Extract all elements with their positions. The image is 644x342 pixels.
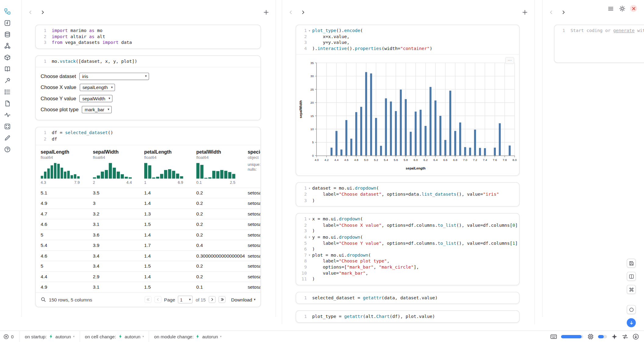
download-button[interactable]: Download ▾ [231,297,256,302]
code-editor[interactable]: 1selected_dataset = getattr(data, datase… [296,292,519,304]
run-button[interactable] [627,318,636,327]
generate-ai-link[interactable]: generate [613,28,635,34]
svg-text:7.6: 7.6 [493,159,497,162]
fold-chevron-icon[interactable]: ▾ [307,28,312,34]
on-startup-setting[interactable]: on startup: autorun ▾ [20,331,80,342]
column-histogram: 16.9 [144,162,196,184]
shortcuts-icon[interactable] [4,123,11,130]
fold-chevron-icon[interactable]: ▾ [307,216,312,223]
chip-label: on cell change: [85,334,116,339]
layout-toggle-button[interactable] [627,272,636,281]
marimo-app: 1import marimo as mo2import altair as al… [0,0,644,342]
code-editor[interactable]: 1 Start coding or generate with AI [554,25,644,62]
column-next-button[interactable] [561,10,566,15]
dataset-select[interactable]: iris ▾ [79,73,149,80]
column-prev-button[interactable] [549,10,554,15]
dropdown-label: Choose X value [41,84,76,90]
svg-text:4.4: 4.4 [335,159,339,162]
x-value-select[interactable]: sepalLength ▾ [80,84,115,91]
column-header[interactable]: petalWidthfloat64 [196,149,248,159]
memory-usage-meter[interactable] [561,335,583,338]
keyboard-shortcuts-icon[interactable] [550,333,557,340]
chart-menu-button[interactable]: ⋯ [505,57,514,64]
code-editor[interactable]: 1import marimo as mo2import altair as al… [36,25,260,48]
cell-dataset-dropdown: 1▾dataset = mo.ui.dropdown(2 label="Choo… [296,183,520,207]
tracing-icon[interactable] [4,111,11,119]
column-header[interactable]: sepalLengthfloat64 [41,149,93,159]
column-prev-button[interactable] [288,10,293,15]
column-histogram: 24.4 [93,162,144,184]
last-page-button[interactable] [218,296,225,303]
table-row[interactable]: 5.13.51.40.2setosa [41,187,260,198]
code-line: 9 options=["mark_bar", "mark_circle"], [298,264,516,270]
packages-icon[interactable] [4,54,11,61]
sync-status-icon[interactable] [622,333,628,340]
code-editor[interactable]: 1▾plot_type().encode(2 x=x.value,3 y=y.v… [296,25,519,54]
next-page-button[interactable] [209,296,216,303]
notebook-tree-icon[interactable] [4,8,11,15]
error-indicator[interactable]: 0 [0,333,20,339]
settings-gear-icon[interactable] [618,5,625,12]
on-module-change-setting[interactable]: on module change: autorun ▾ [149,331,227,342]
scratchpad-icon[interactable] [4,134,11,141]
help-icon[interactable] [4,146,11,153]
functions-icon[interactable] [4,19,11,27]
plot-type-select[interactable]: mark_bar ▾ [82,106,112,113]
cell-imports: 1import marimo as mo2import altair as al… [35,25,261,49]
logs-icon[interactable] [4,88,11,96]
fold-chevron-icon[interactable]: ▾ [307,186,312,192]
snippets-icon[interactable] [4,77,11,84]
shutdown-icon[interactable] [630,5,637,12]
column-header[interactable]: petalLengthfloat64 [144,149,196,159]
column-prev-button[interactable] [28,10,33,15]
add-cell-button[interactable] [263,9,269,15]
cpu-usage-meter[interactable] [598,335,607,338]
dataframe-output: sepalLengthfloat64sepalWidthfloat64petal… [36,145,260,307]
table-row[interactable]: 5.43.91.70.4setosa [41,240,260,250]
table-row[interactable]: 4.42.91.40.2setosa [41,271,260,282]
chevron-down-icon: ▾ [145,74,147,78]
code-line: 1import marimo as mo [38,28,257,34]
y-value-select[interactable]: sepalWidth ▾ [79,95,113,102]
code-editor[interactable]: 1▾dataset = mo.ui.dropdown(2 label="Choo… [296,183,519,206]
add-cell-button[interactable] [522,9,528,15]
on-cell-change-setting[interactable]: on cell change: autorun ▾ [80,331,149,342]
chevron-down-icon: ▾ [142,335,144,338]
column-next-button[interactable] [40,10,45,15]
fold-chevron-icon[interactable]: ▾ [307,234,312,240]
table-row[interactable]: 4.93.11.50.1setosa [41,282,260,292]
command-palette-button[interactable] [627,285,636,294]
code-editor[interactable]: 1df = selected_dataset()2df [36,127,260,145]
table-row[interactable]: 4.63.41.40.30000000000000004setosa [41,250,260,261]
circle-arrow-down-icon[interactable] [632,333,639,340]
code-line: 1df = selected_dataset() [38,130,257,136]
select-value: sepalWidth [82,96,105,101]
prev-page-button[interactable] [154,296,161,303]
datasources-icon[interactable] [4,31,11,38]
code-editor[interactable]: 1plot_type = getattr(alt.Chart(df), plot… [296,311,519,322]
column-header[interactable]: speciesobject [248,149,260,159]
ai-assistant-icon[interactable] [611,333,618,340]
page-select[interactable]: 1 ▾ [178,296,193,304]
altair-chart[interactable]: 4.04.24.44.64.85.05.25.45.65.86.06.26.46… [296,54,519,175]
first-page-button[interactable] [144,296,151,303]
table-row[interactable]: 4.931.40.2setosa [41,198,260,208]
column-header[interactable]: sepalWidthfloat64 [93,149,144,159]
save-button[interactable] [627,259,636,268]
table-row[interactable]: 53.61.40.2setosa [41,229,260,240]
chip-value: autorun [125,334,141,339]
chat-button[interactable] [627,305,636,314]
table-row[interactable]: 53.41.50.2setosa [41,261,260,271]
menu-icon[interactable] [607,5,614,12]
search-icon[interactable] [41,297,46,302]
code-editor[interactable]: 1▾x = mo.ui.dropdown(2 label="Choose X v… [296,214,519,285]
documents-icon[interactable] [4,100,11,107]
table-row[interactable]: 4.63.11.50.2setosa [41,219,260,229]
table-row[interactable]: 4.73.21.30.2setosa [41,208,260,219]
cell-plot-type: 1plot_type = getattr(alt.Chart(df), plot… [296,311,520,323]
column-next-button[interactable] [301,10,306,15]
dependency-graph-icon[interactable] [4,42,11,50]
documentation-icon[interactable] [4,65,11,73]
code-editor[interactable]: 1mo.vstack([dataset, x, y, plot]) [36,56,260,67]
fold-chevron-icon[interactable]: ▾ [307,252,312,258]
